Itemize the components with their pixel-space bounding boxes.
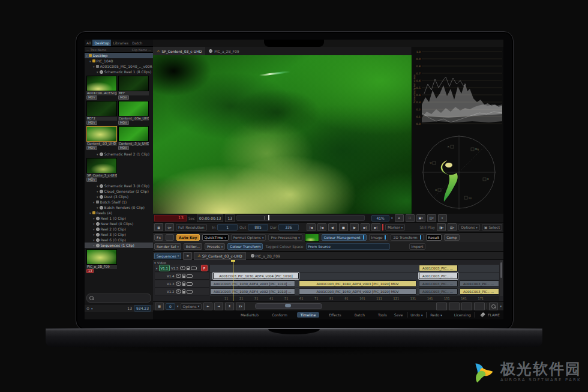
timeline-clip[interactable]: A001C003_PIC.. MOV xyxy=(419,265,458,271)
lock-icon[interactable] xyxy=(182,291,185,294)
format-options-button[interactable]: Format Options▾ xyxy=(231,234,266,241)
timeline-ruler[interactable]: 1121314151617181911011111211311411511611… xyxy=(210,296,499,301)
viewer-scrubber[interactable] xyxy=(236,215,365,221)
tab-batch[interactable]: Batch xyxy=(351,312,368,318)
marker-button[interactable]: Marker▾ xyxy=(385,224,405,231)
tab-desktop[interactable]: Desktop xyxy=(92,40,111,46)
fx-button[interactable]: Fx xyxy=(154,234,163,241)
visibility-icon[interactable] xyxy=(176,274,181,278)
visibility-icon[interactable] xyxy=(176,289,181,294)
tree-item-batch-shelf[interactable]: ▾Batch Shelf (1) xyxy=(85,199,153,205)
tab-tools[interactable]: Tools xyxy=(374,312,391,318)
go-to-end-button[interactable]: ▶| xyxy=(371,223,380,231)
timeline-tab[interactable]: PIC_a_2B_F09 xyxy=(248,253,283,259)
tab-mediahub[interactable]: MediaHub xyxy=(237,312,262,318)
pre-processing-button[interactable]: Pre-Processing▾ xyxy=(268,234,302,241)
clip-thumbnail[interactable]: REFMOV xyxy=(118,76,149,100)
clip-thumbnail[interactable]: Content_.03a_UHDMOV xyxy=(118,101,149,125)
timeline-clip[interactable]: A001C003_PIC_1030_ADF4_v003 [PIC_1010] M… xyxy=(210,280,295,287)
clip-thumbnail-selected[interactable]: Content_.03_UHDMOV xyxy=(86,126,117,150)
track-header-v12[interactable]: V1.2 xyxy=(155,288,209,295)
timeline-clip[interactable]: A001C003_PIC_1040_ADF4_v002 [PIC_1020] M… xyxy=(299,288,416,295)
primary-track-badge[interactable]: P xyxy=(201,265,208,271)
visibility-icon[interactable] xyxy=(180,266,185,270)
tree-item-reel-1[interactable]: ▾Reel 1 (0 Clip) xyxy=(85,216,153,221)
caret-icon[interactable]: ▾ xyxy=(91,307,93,310)
options-dropdown[interactable]: Options▾ xyxy=(181,303,202,310)
tool-icon-button[interactable]: ⊻▾ xyxy=(236,303,245,310)
edit-mode-button[interactable] xyxy=(449,303,460,310)
video-viewport[interactable] xyxy=(153,55,412,214)
edit-mode-button[interactable] xyxy=(461,303,472,310)
in-field[interactable]: 1 xyxy=(217,224,238,231)
licensing-button[interactable]: Licensing xyxy=(451,312,475,318)
timeline-clip[interactable]: A001C003_PIC.. MOV xyxy=(419,273,458,279)
clip-thumbnail[interactable]: A001C00..ACEScgMOV xyxy=(86,76,117,100)
search-button[interactable] xyxy=(489,303,498,310)
next-cut-button[interactable]: ▶| xyxy=(361,223,370,231)
tree-item-a001c005[interactable]: ▾A001C005_PIC_1040_.._v00R (5) xyxy=(85,64,153,69)
tab-effects[interactable]: Effects xyxy=(325,312,344,318)
tree-item-desktop[interactable]: ▾Desktop xyxy=(85,53,153,58)
lock-icon[interactable] xyxy=(187,268,190,270)
go-to-start-button[interactable]: |◀ xyxy=(307,223,316,231)
tool-icon-button[interactable]: ⊼ xyxy=(225,303,234,310)
viewer-tab-active[interactable]: ⚠ SP_Content_03_c-UHD xyxy=(153,47,205,55)
gear-icon[interactable]: ⊙ xyxy=(86,306,89,310)
select-button[interactable]: ▣ Select xyxy=(482,224,502,231)
tree-item-reel-6[interactable]: ▾Reel 6 (0 Clip) xyxy=(85,237,153,243)
grid-icon-button[interactable]: ▦ xyxy=(155,303,164,310)
loop-mode-button[interactable]: ◨▾ xyxy=(437,223,446,231)
display-options-button[interactable]: ▾ xyxy=(438,214,447,222)
step-back-button[interactable]: ◀| xyxy=(328,223,337,231)
footer-value[interactable]: 934.23 xyxy=(134,305,151,312)
settings-button[interactable]: ⊙▾ xyxy=(165,223,174,231)
timeline-clip[interactable]: A001C003_PIC.. MOV xyxy=(460,288,499,295)
timeline-clip[interactable]: A001C003_PIC.. MOV xyxy=(419,288,458,295)
search-input[interactable] xyxy=(95,295,146,301)
tagged-colour-space-field[interactable]: From Source xyxy=(306,243,390,250)
redo-button[interactable]: Redo ▾ xyxy=(427,312,446,318)
sequences-dropdown[interactable]: Sequences▾ xyxy=(154,253,181,259)
frame-field[interactable]: 13 xyxy=(225,214,235,222)
tab-batch[interactable]: Batch xyxy=(130,40,144,46)
timecode-field[interactable]: 00:00:00:13 xyxy=(197,214,224,222)
tab-libraries[interactable]: Libraries xyxy=(111,40,130,46)
stop-button[interactable]: ■ xyxy=(339,223,348,231)
fx-secondary-button[interactable] xyxy=(166,234,174,241)
editor-button[interactable]: Editor... xyxy=(184,243,202,250)
tree-item-schematic-reel-2[interactable]: ▾Schematic Reel 2 (1 Clip) xyxy=(85,151,153,157)
track-header-v13[interactable]: V1.3 xyxy=(155,280,209,288)
render-sel-button[interactable]: Render Sel▾ xyxy=(154,243,181,250)
timeline-zoom-slider[interactable] xyxy=(255,303,322,309)
col-clip-name[interactable]: Clip Name — xyxy=(132,48,151,52)
slider-handle[interactable] xyxy=(285,304,291,307)
visibility-icon[interactable] xyxy=(176,282,181,286)
tool-icon-button[interactable]: ⇥ xyxy=(214,303,223,310)
timeline-vertical-scrollbar[interactable] xyxy=(500,260,503,296)
out-field[interactable]: 885 xyxy=(248,224,268,231)
tree-item-reel-3[interactable]: ▾Reel 3 (0 Clip) xyxy=(85,232,153,237)
timeline-clip[interactable]: A001C003_PIC_1030_ADF4_v002 [PIC_1010] M… xyxy=(210,288,295,295)
timeline-clip[interactable]: A001C003_PIC_1040_ADF4_v003 [PIC_1020] M… xyxy=(299,280,416,287)
viewer-tab[interactable]: PIC_a_2B_F09 xyxy=(205,47,242,55)
link-icon[interactable] xyxy=(187,282,193,286)
previous-cut-button[interactable]: |◀ xyxy=(317,223,326,231)
image-tab[interactable]: Image xyxy=(369,234,389,241)
grid-icon-button[interactable]: ▦ xyxy=(154,223,163,231)
tree-item-schematic-reel-1[interactable]: ▾Schematic Reel 1 (8 Clips) xyxy=(85,69,153,74)
still-play-label[interactable]: Still Play xyxy=(420,225,436,229)
col-tree-name[interactable]: — Tree Name xyxy=(86,48,106,52)
effect-name-tab[interactable]: QuickTime▾ xyxy=(202,234,229,241)
tab-all[interactable]: All xyxy=(85,40,92,46)
tree-item-reels[interactable]: ▾Reels (4) xyxy=(85,210,153,216)
timeline-tab-active[interactable]: ⚠SP_Content_03_c-UHD xyxy=(194,252,245,260)
step-forward-button[interactable]: |▶ xyxy=(350,223,359,231)
tab-timeline[interactable]: Timeline xyxy=(297,312,320,318)
import-button[interactable]: Import xyxy=(409,243,426,250)
tree-item-dust[interactable]: ▾Dust (3 Clips) xyxy=(85,194,153,199)
dur-field[interactable]: 336 xyxy=(278,224,299,231)
view-mode-button[interactable]: ▣▾ xyxy=(416,214,425,222)
layout-button[interactable]: ◫▾ xyxy=(427,214,436,222)
save-button[interactable]: Save xyxy=(391,312,407,318)
